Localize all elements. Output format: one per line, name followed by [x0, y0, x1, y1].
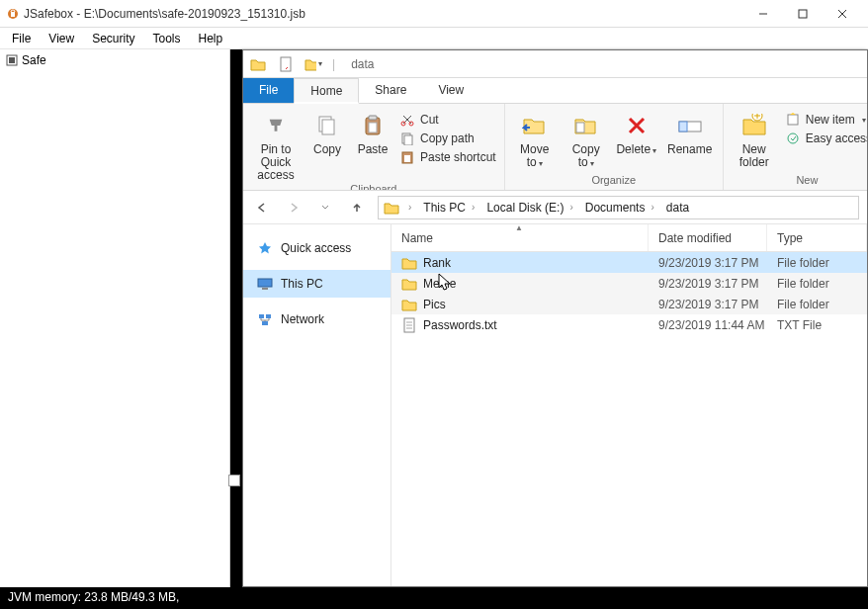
- paste-label: Paste: [358, 143, 389, 156]
- file-name: Pics: [423, 298, 446, 311]
- copy-to-icon: [572, 112, 600, 139]
- back-button[interactable]: [251, 197, 273, 218]
- properties-icon[interactable]: [277, 55, 295, 73]
- splitter-handle[interactable]: [228, 475, 240, 486]
- folder-icon[interactable]: [249, 55, 267, 73]
- crumb-local-disk[interactable]: Local Disk (E:)›: [482, 201, 578, 215]
- crumb-data[interactable]: data: [662, 201, 693, 215]
- tab-view[interactable]: View: [422, 78, 479, 103]
- svg-rect-19: [404, 155, 410, 162]
- cut-button[interactable]: Cut: [399, 112, 496, 128]
- copy-button[interactable]: Copy: [308, 108, 346, 156]
- jsafebox-right-pane: [230, 49, 242, 587]
- file-type: File folder: [767, 277, 867, 291]
- open-folder-icon[interactable]: ▾: [304, 55, 322, 73]
- qat-title: data: [351, 57, 374, 71]
- file-row[interactable]: Pics9/23/2019 3:17 PMFile folder: [391, 294, 867, 314]
- column-type[interactable]: Type: [767, 224, 867, 251]
- minimize-button[interactable]: [743, 4, 783, 24]
- paste-button[interactable]: Paste: [354, 108, 391, 156]
- svg-rect-12: [369, 116, 377, 120]
- star-icon: [257, 240, 273, 256]
- pin-icon: [262, 112, 290, 139]
- file-name: Meme: [423, 277, 456, 291]
- rename-label: Rename: [667, 143, 712, 156]
- tab-home[interactable]: Home: [294, 78, 359, 104]
- crumb-documents[interactable]: Documents›: [581, 201, 660, 215]
- svg-point-25: [788, 133, 798, 143]
- svg-rect-7: [9, 57, 15, 63]
- navigation-pane[interactable]: Quick access This PC Network: [243, 224, 391, 586]
- svg-rect-29: [262, 288, 268, 290]
- status-text: JVM memory: 23.8 MB/49.3 MB,: [8, 590, 179, 604]
- svg-rect-20: [576, 123, 584, 132]
- nav-network[interactable]: Network: [243, 305, 391, 333]
- menu-file[interactable]: File: [4, 30, 39, 47]
- file-row[interactable]: Rank9/23/2019 3:17 PMFile folder: [391, 252, 867, 273]
- recent-locations-button[interactable]: [314, 197, 336, 218]
- menu-view[interactable]: View: [41, 30, 82, 47]
- menu-security[interactable]: Security: [84, 30, 142, 47]
- file-name: Passwords.txt: [423, 318, 497, 332]
- new-item-button[interactable]: New item▾: [785, 112, 867, 128]
- delete-icon: [623, 112, 651, 139]
- folder-icon: [401, 297, 417, 312]
- up-button[interactable]: [346, 197, 368, 218]
- file-type: TXT File: [767, 318, 867, 332]
- svg-rect-1: [11, 12, 15, 17]
- move-to-button[interactable]: Move to▾: [513, 108, 557, 169]
- file-date: 9/23/2019 3:17 PM: [649, 298, 767, 311]
- folder-icon: [383, 199, 400, 217]
- tab-share[interactable]: Share: [359, 78, 422, 103]
- file-type: File folder: [767, 298, 867, 311]
- copy-path-icon: [399, 130, 415, 146]
- pin-to-quick-access-button[interactable]: Pin to Quick access: [251, 108, 301, 183]
- easy-access-button[interactable]: Easy access▾: [785, 130, 867, 146]
- clipboard-group-label: Clipboard: [251, 183, 496, 191]
- quick-access-toolbar: ▾ | data: [243, 50, 867, 78]
- forward-button[interactable]: [283, 197, 304, 218]
- cut-icon: [399, 112, 415, 128]
- new-group-label: New: [732, 174, 867, 188]
- rename-button[interactable]: Rename: [665, 108, 715, 156]
- jsafebox-menubar: File View Security Tools Help: [0, 28, 868, 49]
- safe-icon: [6, 54, 18, 66]
- new-item-icon: [785, 112, 801, 128]
- close-button[interactable]: [823, 4, 862, 24]
- copy-path-button[interactable]: Copy path: [399, 130, 496, 146]
- paste-shortcut-button[interactable]: Paste shortcut: [399, 149, 496, 165]
- rename-icon: [676, 112, 704, 139]
- new-folder-label: New folder: [732, 143, 777, 169]
- nav-quick-access[interactable]: Quick access: [243, 234, 391, 262]
- easy-access-icon: [785, 130, 801, 146]
- svg-rect-24: [788, 115, 798, 125]
- file-date: 9/23/2019 3:17 PM: [649, 277, 767, 291]
- tab-file[interactable]: File: [243, 78, 294, 103]
- jsafebox-app-icon: [6, 7, 20, 21]
- copy-to-label: Copy to▾: [564, 143, 608, 169]
- menu-tools[interactable]: Tools: [145, 30, 189, 47]
- breadcrumb[interactable]: › This PC› Local Disk (E:)› Documents› d…: [378, 196, 859, 219]
- copy-label: Copy: [313, 143, 341, 156]
- file-row[interactable]: Passwords.txt9/23/2019 11:44 AMTXT File: [391, 314, 867, 335]
- paste-icon: [359, 112, 387, 139]
- qat-separator: |: [332, 57, 335, 71]
- file-list: Name ▲ Date modified Type Rank9/23/2019 …: [391, 224, 867, 586]
- tree-root-safe[interactable]: Safe: [0, 49, 229, 71]
- jsafebox-tree[interactable]: Safe: [0, 49, 230, 587]
- nav-this-pc[interactable]: This PC: [243, 270, 391, 298]
- file-type: File folder: [767, 256, 867, 270]
- new-folder-icon: [740, 112, 768, 139]
- menu-help[interactable]: Help: [191, 30, 231, 47]
- tree-root-label: Safe: [22, 53, 46, 67]
- column-date[interactable]: Date modified: [649, 224, 767, 251]
- jsafebox-statusbar: JVM memory: 23.8 MB/49.3 MB,: [0, 587, 868, 609]
- maximize-button[interactable]: [783, 4, 823, 24]
- folder-icon: [401, 255, 417, 271]
- copy-to-button[interactable]: Copy to▾: [564, 108, 608, 169]
- delete-button[interactable]: Delete▾: [616, 108, 657, 156]
- new-folder-button[interactable]: New folder: [732, 108, 777, 169]
- move-to-icon: [521, 112, 549, 139]
- file-row[interactable]: Meme9/23/2019 3:17 PMFile folder: [391, 273, 867, 294]
- crumb-this-pc[interactable]: This PC›: [419, 201, 480, 215]
